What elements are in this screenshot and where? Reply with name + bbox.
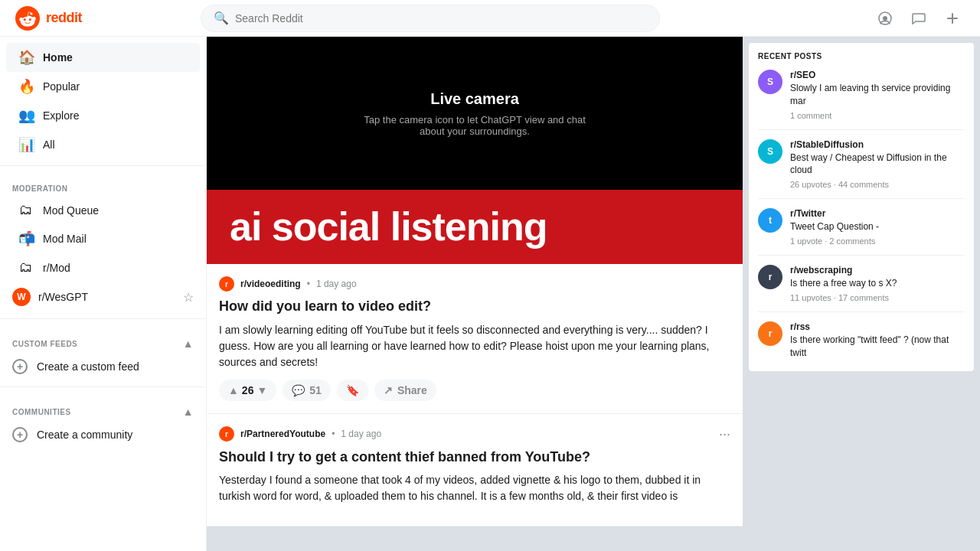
star-icon[interactable]: ☆ xyxy=(183,290,194,305)
chat-icon[interactable] xyxy=(906,6,931,31)
avatar-notification-icon[interactable] xyxy=(873,6,897,31)
recent-post-5-sub: r/rss xyxy=(790,321,965,332)
recent-post-item-2[interactable]: S r/StableDiffusion Best way / Cheapest … xyxy=(758,139,965,200)
post-2-subreddit-avatar: r xyxy=(219,426,234,442)
video-area: Live camera Tap the camera icon to let C… xyxy=(207,37,743,190)
post-2-subreddit[interactable]: r/PartneredYoutube xyxy=(240,429,325,439)
sidebar-item-mod-queue[interactable]: 🗂 Mod Queue xyxy=(6,196,200,224)
recent-post-1-meta: 1 comment xyxy=(790,111,965,120)
post-header-2: r r/PartneredYoutube • 1 day ago ··· xyxy=(219,426,730,442)
recent-post-1-title: Slowly I am leaving th service providing… xyxy=(790,82,965,108)
search-bar[interactable]: 🔍 xyxy=(201,5,660,32)
logo-area[interactable]: reddit xyxy=(15,6,82,31)
sidebar-item-r-mod[interactable]: 🗂 r/Mod xyxy=(6,253,200,282)
sidebar-item-mod-mail[interactable]: 📬 Mod Mail xyxy=(6,224,200,253)
post-1-share-btn[interactable]: ↗ Share xyxy=(374,380,436,401)
main-layout: 🏠 Home 🔥 Popular 👥 Explore 📊 All MODERAT… xyxy=(0,37,980,551)
post-1-vote-count: 26 xyxy=(242,384,254,396)
post-2-time: 1 day ago xyxy=(341,429,381,439)
custom-feeds-collapse-icon[interactable]: ▲ xyxy=(183,337,194,350)
create-feed-plus-icon: + xyxy=(12,359,28,374)
recent-post-item-1[interactable]: S r/SEO Slowly I am leaving th service p… xyxy=(758,70,965,130)
post-card-1: r r/videoediting • 1 day ago How did you… xyxy=(207,264,743,413)
recent-post-4-sub: r/webscraping xyxy=(790,265,965,276)
sidebar-item-popular[interactable]: 🔥 Popular xyxy=(6,72,200,101)
recent-post-2-meta: 26 upvotes · 44 comments xyxy=(790,180,965,189)
recent-post-5-avatar: r xyxy=(758,321,782,346)
post-card-2: r r/PartneredYoutube • 1 day ago ··· Sho… xyxy=(207,414,743,527)
all-icon: 📊 xyxy=(18,136,34,153)
home-icon: 🏠 xyxy=(18,49,34,66)
create-community-plus-icon: + xyxy=(12,427,28,442)
explore-icon: 👥 xyxy=(18,107,34,124)
post-1-comment-count: 51 xyxy=(309,384,322,396)
recent-post-5-title: Is there working "twitt feed" ? (now tha… xyxy=(790,334,965,360)
recent-post-4-meta: 11 upvotes · 17 comments xyxy=(790,293,965,302)
share-icon: ↗ xyxy=(384,384,393,396)
communities-header: COMMUNITIES ▲ xyxy=(0,393,206,421)
wesgpt-avatar: W xyxy=(12,288,31,306)
mod-mail-icon: 📬 xyxy=(18,230,34,247)
sidebar-item-wesgpt[interactable]: W r/WesGPT ☆ xyxy=(0,282,206,312)
recent-post-item-4[interactable]: r r/webscraping Is there a free way to s… xyxy=(758,265,965,312)
sidebar-item-explore[interactable]: 👥 Explore xyxy=(6,101,200,130)
sidebar-divider-1 xyxy=(0,165,206,166)
recent-post-3-sub: r/Twitter xyxy=(790,208,965,219)
video-subtitle: Tap the camera icon to let ChatGPT view … xyxy=(360,114,590,137)
post-1-bookmark-btn[interactable]: 🔖 xyxy=(337,380,368,401)
recent-post-4-avatar: r xyxy=(758,265,782,289)
post-2-title[interactable]: Should I try to get a content thief bann… xyxy=(219,448,730,466)
recent-post-1-avatar: S xyxy=(758,70,782,94)
recent-posts-title: RECENT POSTS xyxy=(758,52,965,60)
post-1-title[interactable]: How did you learn to video edit? xyxy=(219,298,730,315)
post-2-more-btn[interactable]: ··· xyxy=(719,426,730,442)
comment-icon: 💬 xyxy=(292,384,305,396)
top-navigation: reddit 🔍 xyxy=(0,0,980,37)
create-custom-feed-item[interactable]: + Create a custom feed xyxy=(0,353,206,380)
nav-icons xyxy=(873,6,965,31)
recent-post-4-title: Is there a free way to s X? xyxy=(790,277,965,290)
recent-post-2-title: Best way / Cheapest w Diffusion in the c… xyxy=(790,152,965,178)
recent-post-2-avatar: S xyxy=(758,139,782,164)
post-header-1: r r/videoediting • 1 day ago xyxy=(219,276,730,292)
bookmark-icon: 🔖 xyxy=(346,384,359,396)
sidebar-divider-3 xyxy=(0,386,206,387)
create-post-icon[interactable] xyxy=(940,6,965,31)
post-2-body: Yesterday I found a someone that took 4 … xyxy=(219,472,730,504)
r-mod-icon: 🗂 xyxy=(18,259,34,276)
moderation-section-header: MODERATION xyxy=(0,172,206,196)
main-content: Live camera Tap the camera icon to let C… xyxy=(207,37,743,551)
custom-feeds-header: CUSTOM FEEDS ▲ xyxy=(0,325,206,353)
sidebar-item-home[interactable]: 🏠 Home xyxy=(6,43,200,72)
reddit-logo-icon xyxy=(15,6,40,31)
create-community-item[interactable]: + Create a community xyxy=(0,421,206,448)
recent-post-3-meta: 1 upvote · 2 comments xyxy=(790,236,965,246)
sidebar: 🏠 Home 🔥 Popular 👥 Explore 📊 All MODERAT… xyxy=(0,37,207,551)
post-1-upvote-btn[interactable]: ▲ xyxy=(228,384,239,396)
sidebar-item-all[interactable]: 📊 All xyxy=(6,130,200,159)
post-1-time: 1 day ago xyxy=(316,279,357,289)
popular-icon: 🔥 xyxy=(18,78,34,95)
recent-post-3-avatar: t xyxy=(758,208,782,233)
post-1-subreddit-avatar: r xyxy=(219,276,234,292)
search-input[interactable] xyxy=(235,12,647,24)
communities-collapse-icon[interactable]: ▲ xyxy=(183,406,194,418)
mod-queue-icon: 🗂 xyxy=(18,202,34,218)
recent-posts-panel: RECENT POSTS S r/SEO Slowly I am leaving… xyxy=(749,43,974,371)
post-1-subreddit[interactable]: r/videoediting xyxy=(240,279,301,289)
recent-post-3-title: Tweet Cap Question - xyxy=(790,220,965,233)
post-1-actions: ▲ 26 ▼ 💬 51 🔖 ↗ Share xyxy=(219,380,730,401)
post-1-vote-group[interactable]: ▲ 26 ▼ xyxy=(219,380,276,401)
reddit-wordmark: reddit xyxy=(46,10,82,26)
recent-post-item-5[interactable]: r r/rss Is there working "twitt feed" ? … xyxy=(758,321,965,363)
post-1-downvote-btn[interactable]: ▼ xyxy=(256,384,267,396)
right-sidebar: RECENT POSTS S r/SEO Slowly I am leaving… xyxy=(743,37,980,551)
red-banner: ai social listening xyxy=(207,190,743,264)
recent-post-2-sub: r/StableDiffusion xyxy=(790,139,965,150)
posts-container: r r/videoediting • 1 day ago How did you… xyxy=(207,264,743,527)
video-title: Live camera xyxy=(430,90,519,108)
post-1-comments-btn[interactable]: 💬 51 xyxy=(283,380,331,401)
search-icon: 🔍 xyxy=(214,11,229,25)
red-banner-text: ai social listening xyxy=(230,205,547,249)
recent-post-item-3[interactable]: t r/Twitter Tweet Cap Question - 1 upvot… xyxy=(758,208,965,256)
